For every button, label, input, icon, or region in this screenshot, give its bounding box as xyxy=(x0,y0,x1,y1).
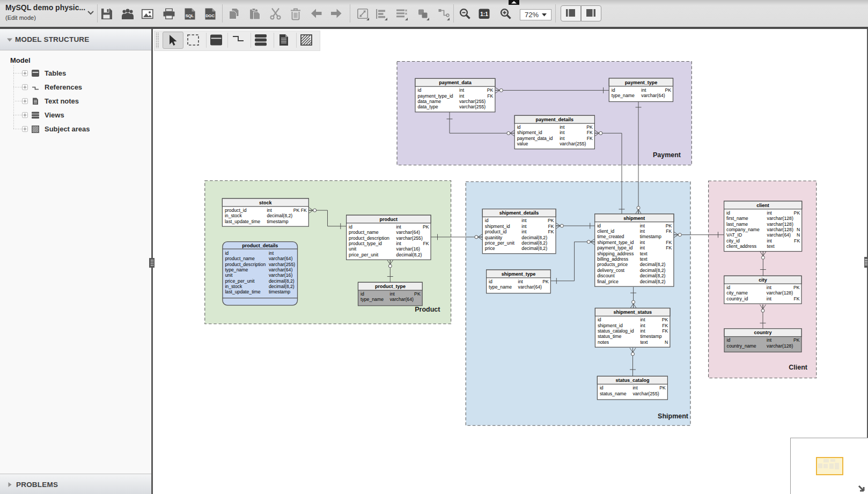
svg-text:id: id xyxy=(600,385,604,390)
svg-text:id: id xyxy=(612,87,615,93)
svg-text:Product: Product xyxy=(415,306,440,313)
svg-text:FK: FK xyxy=(587,130,593,135)
svg-text:Client: Client xyxy=(789,364,808,371)
svg-text:Views: Views xyxy=(45,111,64,119)
svg-text:city_name: city_name xyxy=(726,290,748,296)
svg-text:PK: PK xyxy=(414,291,421,297)
svg-text:varchar(255): varchar(255) xyxy=(632,391,659,396)
svg-text:N: N xyxy=(665,340,668,345)
svg-text:discount: discount xyxy=(597,273,615,278)
svg-text:varchar(255): varchar(255) xyxy=(396,235,423,241)
svg-text:billing_address: billing_address xyxy=(597,256,629,262)
svg-text:Subject areas: Subject areas xyxy=(45,125,90,133)
svg-text:N: N xyxy=(797,227,800,232)
svg-text:payment_data: payment_data xyxy=(439,80,472,85)
svg-text:decimal(8,2): decimal(8,2) xyxy=(269,284,295,289)
svg-text:int: int xyxy=(459,87,465,93)
svg-text:varchar(128): varchar(128) xyxy=(767,216,793,221)
svg-text:id: id xyxy=(597,223,601,228)
svg-text:data_type: data_type xyxy=(418,104,438,109)
svg-text:PK: PK xyxy=(548,218,554,223)
svg-text:product_id: product_id xyxy=(485,229,507,234)
svg-text:company_name: company_name xyxy=(726,227,760,232)
svg-text:unit: unit xyxy=(225,272,233,278)
svg-text:varchar(16): varchar(16) xyxy=(396,246,421,252)
svg-text:price: price xyxy=(485,246,495,251)
svg-text:payment_type_id: payment_type_id xyxy=(597,245,632,250)
svg-text:client_id: client_id xyxy=(597,228,614,234)
svg-text:id: id xyxy=(598,317,601,322)
svg-text:int: int xyxy=(269,250,274,256)
svg-text:unit: unit xyxy=(349,246,357,252)
svg-text:type_name: type_name xyxy=(361,297,384,302)
svg-text:int: int xyxy=(390,291,395,297)
svg-text:FK: FK xyxy=(666,228,672,234)
svg-text:PK: PK xyxy=(666,223,672,228)
svg-text:shipment_id: shipment_id xyxy=(598,323,623,328)
svg-text:id: id xyxy=(517,124,521,130)
svg-text:int: int xyxy=(641,87,646,93)
svg-text:shipment_type: shipment_type xyxy=(502,271,536,277)
svg-text:FK: FK xyxy=(587,136,593,141)
svg-text:text: text xyxy=(640,251,648,256)
svg-text:type_name: type_name xyxy=(612,93,635,98)
svg-text:N: N xyxy=(797,232,800,238)
svg-text:id: id xyxy=(726,285,730,290)
svg-text:int: int xyxy=(521,224,527,229)
svg-text:country_id: country_id xyxy=(726,296,748,301)
svg-text:varchar(255): varchar(255) xyxy=(269,262,295,267)
svg-text:int: int xyxy=(518,279,524,284)
svg-text:varchar(64): varchar(64) xyxy=(390,297,414,302)
svg-text:varchar(64): varchar(64) xyxy=(269,256,293,261)
svg-text:status_catalog: status_catalog xyxy=(615,378,649,383)
svg-text:status_time: status_time xyxy=(598,334,622,339)
svg-text:PK: PK xyxy=(487,87,494,93)
svg-text:PK: PK xyxy=(793,337,800,343)
svg-text:varchar(64): varchar(64) xyxy=(396,230,421,235)
svg-text:shipment_details: shipment_details xyxy=(499,210,539,216)
svg-text:timestamp: timestamp xyxy=(269,289,290,294)
svg-text:varchar(255): varchar(255) xyxy=(459,99,486,104)
svg-text:PK: PK xyxy=(794,210,800,216)
svg-text:FK: FK xyxy=(423,241,429,246)
svg-text:delivery_cost: delivery_cost xyxy=(597,268,624,273)
svg-text:text: text xyxy=(640,256,648,262)
svg-text:product_id: product_id xyxy=(225,208,247,213)
svg-text:product_name: product_name xyxy=(349,230,379,235)
svg-text:FK: FK xyxy=(662,323,668,328)
svg-text:country: country xyxy=(754,330,771,335)
svg-text:decimal(8,2): decimal(8,2) xyxy=(640,279,666,284)
svg-text:int: int xyxy=(640,240,645,245)
svg-text:timestamp: timestamp xyxy=(640,334,661,339)
svg-text:city_id: city_id xyxy=(726,238,740,244)
svg-text:1:1: 1:1 xyxy=(480,11,488,17)
svg-text:varchar(16): varchar(16) xyxy=(269,272,293,278)
svg-text:decimal(8,2): decimal(8,2) xyxy=(640,268,666,273)
svg-text:shipment: shipment xyxy=(623,216,645,221)
svg-text:product_name: product_name xyxy=(225,256,255,261)
svg-text:int: int xyxy=(560,136,565,141)
svg-text:data_name: data_name xyxy=(418,99,442,104)
svg-text:first_name: first_name xyxy=(726,216,748,221)
svg-text:int: int xyxy=(640,223,645,228)
svg-text:shipment_status: shipment_status xyxy=(613,309,652,315)
svg-text:int: int xyxy=(521,218,527,223)
svg-text:int: int xyxy=(767,296,772,301)
svg-text:time_created: time_created xyxy=(597,234,624,239)
svg-text:Shipment: Shipment xyxy=(658,412,689,420)
svg-text:int: int xyxy=(267,208,272,213)
svg-text:decimal(8,2): decimal(8,2) xyxy=(521,235,547,240)
svg-text:int: int xyxy=(521,229,527,234)
svg-text:varchar(128): varchar(128) xyxy=(767,290,793,296)
svg-text:int: int xyxy=(396,224,402,230)
svg-text:FK: FK xyxy=(666,240,672,245)
svg-text:decimal(8,2): decimal(8,2) xyxy=(521,240,547,246)
svg-text:city: city xyxy=(759,277,767,283)
svg-text:FK: FK xyxy=(487,93,493,99)
svg-text:price_per_unit: price_per_unit xyxy=(485,240,515,246)
svg-text:id: id xyxy=(489,279,492,284)
svg-text:in_stock: in_stock xyxy=(225,213,242,218)
svg-text:stock: stock xyxy=(259,200,273,205)
svg-text:References: References xyxy=(45,83,82,91)
svg-text:price_per_unit: price_per_unit xyxy=(349,252,379,257)
